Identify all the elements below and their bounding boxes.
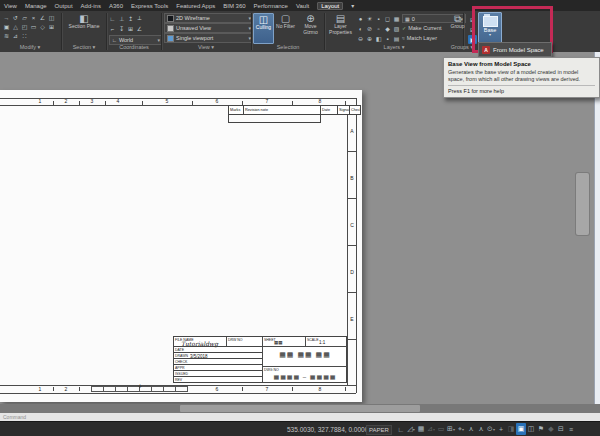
tab-featured-apps[interactable]: Featured Apps (176, 3, 215, 9)
tool-icon[interactable]: ▦ (392, 14, 401, 23)
navigation-bar[interactable] (575, 172, 590, 236)
layout-canvas[interactable]: 12345678 ABCDE 12678 + MarksRevision not… (0, 52, 600, 404)
vertical-scrollbar[interactable] (594, 52, 600, 404)
tool-icon[interactable]: ≋ (2, 31, 11, 40)
view-dropdown-0[interactable]: 2D Wireframe▾ (164, 13, 254, 23)
section-plane-button[interactable]: ◧ Section Plane (64, 13, 104, 42)
tool-icon[interactable]: ◰ (20, 22, 29, 31)
view-panel-label[interactable]: View ▾ (162, 43, 250, 51)
tool-icon[interactable]: ↺ (11, 13, 20, 22)
tool-icon[interactable]: ▭ (29, 22, 38, 31)
culling-button[interactable]: ◫ Culling (253, 13, 274, 44)
tab-view[interactable]: View (4, 3, 17, 9)
customization-icon[interactable]: ≡ (566, 423, 576, 435)
ruler-tick (345, 101, 346, 105)
group-edit-icon[interactable]: ⊟ (468, 25, 477, 34)
base-view-button[interactable]: Base ▾ (478, 12, 502, 45)
section-panel-label[interactable]: Section ▾ (62, 43, 106, 51)
tool-icon[interactable]: ⟂ (135, 14, 144, 23)
frame-tick (347, 245, 356, 246)
base-flyout-menu-item[interactable]: A From Model Space (478, 42, 552, 57)
ungroup-icon[interactable]: ⊞ (468, 15, 477, 24)
horizontal-scrollbar[interactable] (0, 404, 600, 413)
tool-icon[interactable]: ⊥ (117, 14, 126, 23)
object-snap-icon[interactable]: ⌖▾ (456, 423, 466, 435)
tool-icon[interactable]: ◆ (383, 24, 392, 33)
hardware-acceleration-icon[interactable]: ▣ (516, 423, 526, 435)
view-dropdown-value: Single viewport (176, 35, 213, 41)
tool-icon[interactable]: ▪ (383, 34, 392, 43)
ruler-number: 8 (319, 386, 322, 392)
tool-icon[interactable]: × (29, 13, 38, 22)
tool-icon[interactable]: → (2, 13, 11, 22)
polar-tracking-icon[interactable]: ⊿▾ (426, 423, 436, 435)
groups-panel-label[interactable]: Groups ▾ (444, 43, 480, 51)
tool-icon[interactable]: ▨ (392, 24, 401, 33)
infer-constraints-icon[interactable]: ∟ (396, 423, 406, 435)
isometric-drafting-icon[interactable]: ⊞▾ (446, 423, 456, 435)
tool-icon[interactable]: ▱ (20, 13, 29, 22)
tool-icon[interactable]: ◧ (374, 34, 383, 43)
tool-icon[interactable]: ☀ (365, 14, 374, 23)
tool-icon[interactable]: ⊞ (126, 24, 135, 33)
tool-icon[interactable]: ⊿ (11, 31, 20, 40)
modify-panel-label[interactable]: Modify ▾ (0, 43, 60, 51)
paper-sheet[interactable]: 12345678 ABCDE 12678 + MarksRevision not… (0, 90, 362, 402)
tool-icon[interactable]: ◇ (38, 22, 47, 31)
tab-layout[interactable]: Layout (317, 2, 343, 10)
annotation-visibility-icon[interactable]: ⋏ (466, 423, 476, 435)
tool-icon[interactable]: ∠ (135, 24, 144, 33)
move-gizmo-button[interactable]: ⊕ Move Gizmo (299, 13, 322, 42)
tab-express-tools[interactable]: Express Tools (131, 3, 168, 9)
horizontal-scrollbar-thumb[interactable] (180, 405, 420, 412)
view-dropdown-2[interactable]: Single viewport▾ (164, 33, 254, 43)
tool-icon[interactable]: ◫ (47, 13, 56, 22)
layers-panel-label[interactable]: Layers ▾ (326, 43, 462, 51)
layout-tab-caret-icon[interactable]: ▾ (351, 2, 354, 9)
tool-icon[interactable]: ▫ (374, 24, 383, 33)
tool-icon[interactable]: ∷ (20, 31, 29, 40)
grid-icon[interactable]: ▦ (416, 423, 426, 435)
tool-icon[interactable]: △ (11, 22, 20, 31)
tool-icon[interactable]: ⊕ (365, 34, 374, 43)
tool-icon[interactable]: ▪ (374, 14, 383, 23)
annotation-monitor-icon[interactable]: ⚑ (536, 423, 546, 435)
tool-icon[interactable]: ⊘ (365, 24, 374, 33)
annotation-autoscale-icon[interactable]: ⋏ (476, 423, 486, 435)
tool-icon[interactable]: ↥ (126, 14, 135, 23)
tool-icon[interactable]: ● (356, 14, 365, 23)
tool-icon[interactable]: ▣ (2, 22, 11, 31)
clean-screen-icon[interactable]: ⊟ (556, 423, 566, 435)
tab-performance[interactable]: Performance (254, 3, 288, 9)
annotation-scale-icon[interactable]: ⊙▾ (486, 423, 496, 435)
tool-icon[interactable]: ∠ (38, 13, 47, 22)
ortho-icon[interactable]: ▭ (436, 423, 446, 435)
no-filter-button[interactable]: ▢ No Filter (275, 13, 296, 42)
tab-vault[interactable]: Vault (296, 3, 309, 9)
coordinates-panel-label[interactable]: Coordinates (107, 43, 161, 51)
tool-icon[interactable]: ⌐ (108, 24, 117, 33)
paper-space-button[interactable]: PAPER (366, 425, 392, 435)
command-line[interactable]: Command (0, 413, 600, 421)
tab-a360[interactable]: A360 (109, 3, 123, 9)
snap-icon[interactable]: ◿▾ (406, 423, 416, 435)
tab-output[interactable]: Output (55, 3, 73, 9)
tool-icon[interactable]: ⊞ (47, 22, 56, 31)
crosshair-icon[interactable]: + (496, 423, 506, 435)
group-button[interactable]: ⧉ Group (448, 13, 467, 42)
tool-icon[interactable]: ↧ (117, 24, 126, 33)
tool-icon[interactable]: ∟ (108, 14, 117, 23)
tab-manage[interactable]: Manage (25, 3, 47, 9)
tool-icon[interactable]: ▤ (392, 34, 401, 43)
layer-properties-button[interactable]: ▤ Layer Properties (327, 13, 354, 42)
tab-add-ins[interactable]: Add-ins (81, 3, 101, 9)
tool-icon[interactable]: ◻ (383, 14, 392, 23)
selection-cycling-icon[interactable]: ◨ (506, 423, 516, 435)
tool-icon[interactable]: ◐ (356, 24, 365, 33)
tool-icon[interactable]: ⊖ (356, 34, 365, 43)
selection-panel-label[interactable]: Selection (252, 43, 324, 51)
view-dropdown-1[interactable]: Unsaved View▾ (164, 23, 254, 33)
units-icon[interactable]: ◆ (546, 423, 556, 435)
tab-bim-360[interactable]: BIM 360 (223, 3, 245, 9)
isolate-objects-icon[interactable]: ◫ (526, 423, 536, 435)
